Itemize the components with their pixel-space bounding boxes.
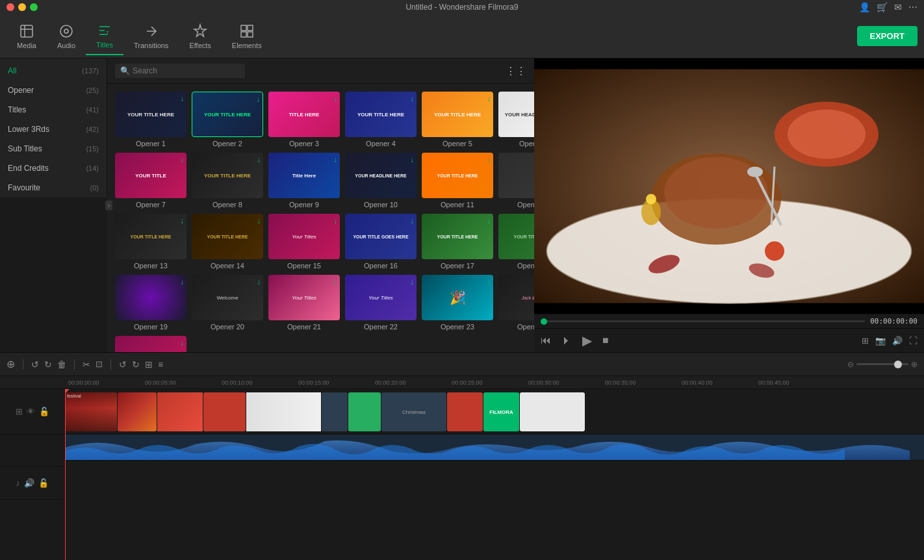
zoom-in-icon[interactable]: ⊕	[911, 360, 918, 369]
cut-button[interactable]: ✂	[83, 359, 90, 370]
zoom-out-icon[interactable]: ⊖	[847, 360, 854, 369]
title-card-opener25[interactable]: Jack & Mary ↓ Opener 25	[115, 336, 186, 352]
title-thumb-opener23: 🎉 ↓	[422, 275, 493, 320]
toolbar-effects[interactable]: Effects	[179, 18, 221, 55]
sidebar-item-opener[interactable]: Opener (25)	[0, 81, 107, 100]
cart-icon[interactable]: 🛒	[877, 2, 888, 12]
redo-button[interactable]: ↻	[44, 359, 52, 370]
title-card-opener14[interactable]: YOUR TITLE HERE ↓ Opener 14	[192, 214, 263, 270]
title-card-opener6[interactable]: YOUR HEADLINE HERE ↓ Opener 6	[498, 92, 534, 147]
search-input[interactable]	[133, 66, 240, 75]
title-card-opener4[interactable]: YOUR TITLE HERE ↓ Opener 4	[345, 92, 417, 147]
play-button[interactable]: ▶	[582, 333, 592, 348]
title-card-opener18[interactable]: YOUR TITLE HERE ↓ Opener 18	[498, 214, 534, 270]
sidebar-item-lower3rds[interactable]: Lower 3Rds (42)	[0, 120, 107, 139]
preview-time-controls: 00:00:00:00	[534, 314, 924, 328]
toolbar-titles[interactable]: T Titles	[86, 18, 123, 55]
clip-festival[interactable]: festival	[65, 392, 117, 431]
title-card-opener13[interactable]: YOUR TITLE HERE ↓ Opener 13	[115, 214, 186, 270]
title-card-opener9[interactable]: Title Here ↓ Opener 9	[268, 153, 340, 209]
title-card-opener22[interactable]: Your Titles ↓ Opener 22	[345, 275, 417, 331]
title-card-opener19[interactable]: ↓ Opener 19	[115, 275, 186, 331]
title-card-opener20[interactable]: Welcome ↓ Opener 20	[192, 275, 263, 331]
sidebar-item-favourite[interactable]: Favourite (0)	[0, 178, 107, 197]
crop-button[interactable]: ⊡	[96, 359, 103, 369]
snapshot-icon[interactable]: 📷	[875, 336, 886, 346]
playhead[interactable]	[65, 389, 66, 560]
undo-button[interactable]: ↺	[31, 359, 39, 370]
timecode-display: 00:00:00:00	[870, 317, 918, 325]
sidebar-collapse-arrow[interactable]: ›	[105, 201, 112, 210]
ruler-mark-1: 00:00:05:00	[145, 379, 176, 386]
account-icon[interactable]: 👤	[859, 2, 870, 12]
delete-button[interactable]: 🗑	[57, 359, 66, 370]
volume-icon[interactable]: 🔊	[892, 336, 903, 346]
sidebar-item-endcredits[interactable]: End Credits (14)	[0, 159, 107, 178]
rotate-right-button[interactable]: ↻	[132, 359, 140, 370]
video-track-eye-icon[interactable]: 👁	[27, 407, 35, 416]
toolbar-media[interactable]: Media	[6, 18, 47, 55]
sidebar-endcredits-label: End Credits	[8, 164, 49, 173]
rotate-left-button[interactable]: ↺	[119, 359, 127, 370]
audio-lock-icon[interactable]: 🔓	[38, 478, 49, 488]
title-card-opener8[interactable]: YOUR TITLE HERE ↓ Opener 8	[192, 153, 263, 209]
sidebar-opener-label: Opener	[8, 86, 34, 95]
minimize-button[interactable]	[18, 3, 26, 11]
video-track-lock-icon[interactable]: 🔓	[39, 407, 49, 416]
title-label-opener2: Opener 2	[212, 140, 242, 147]
audio-volume-icon[interactable]: 🔊	[24, 478, 34, 488]
clip-white-end[interactable]	[520, 392, 585, 431]
sidebar-item-subtitles[interactable]: Sub Titles (15)	[0, 139, 107, 159]
toolbar-elements[interactable]: Elements	[222, 18, 272, 55]
title-card-opener17[interactable]: YOUR TITLE HERE ↓ Opener 17	[422, 214, 493, 270]
title-card-opener11[interactable]: YOUR TITLE HERE ↓ Opener 11	[422, 153, 493, 209]
title-card-opener1[interactable]: YOUR TITLE HERE ↓ Opener 1	[115, 92, 186, 147]
sidebar-item-all[interactable]: All (137)	[0, 61, 107, 81]
fullscreen-icon[interactable]: ⛶	[909, 336, 918, 346]
grid-toggle-icon[interactable]: ⋮⋮	[506, 65, 526, 77]
goto-start-button[interactable]: ⏮	[541, 335, 551, 346]
toolbar-transitions[interactable]: Transitions	[123, 18, 179, 55]
step-back-button[interactable]: ⏵	[561, 335, 572, 346]
titles-grid: YOUR TITLE HERE ↓ Opener 1 YOUR TITLE HE…	[107, 84, 534, 352]
title-card-opener12[interactable]: ↓ Opener 12	[498, 153, 534, 209]
title-card-opener2[interactable]: YOUR TITLE HERE ↓ Opener 2	[192, 92, 263, 147]
clip-teal1[interactable]	[348, 392, 381, 431]
notification-icon[interactable]: ✉	[894, 2, 902, 12]
clip-filmora[interactable]: FILMORA	[483, 392, 519, 431]
title-card-opener7[interactable]: YOUR TITLE ↓ Opener 7	[115, 153, 186, 209]
title-card-opener10[interactable]: YOUR HEADLINE HERE ↓ Opener 10	[345, 153, 417, 209]
clip-red1[interactable]	[447, 392, 483, 431]
title-card-opener5[interactable]: YOUR TITLE HERE ↓ Opener 5	[422, 92, 493, 147]
close-button[interactable]	[6, 3, 14, 11]
title-card-opener24[interactable]: Jack & Mary ↓ Opener 24	[498, 275, 534, 331]
sidebar-item-titles[interactable]: Titles (41)	[0, 100, 107, 120]
title-card-opener21[interactable]: Your Titles ↓ Opener 21	[268, 275, 340, 331]
pip-button[interactable]: ⊞	[145, 359, 153, 370]
pip-icon[interactable]: ⊞	[862, 336, 869, 346]
export-button[interactable]: EXPORT	[857, 26, 918, 46]
clip-white1[interactable]	[246, 392, 321, 431]
progress-handle[interactable]	[541, 318, 547, 325]
title-card-opener3[interactable]: TITLE HERE ↓ Opener 3	[268, 92, 340, 147]
clip-food1[interactable]	[118, 392, 157, 431]
main-toolbar: Media Audio T Titles Transitions Effects	[0, 14, 924, 58]
settings-icon[interactable]: ⋯	[908, 2, 918, 12]
title-card-opener16[interactable]: YOUR TITLE GOES HERE ↓ Opener 16	[345, 214, 417, 270]
stop-button[interactable]: ■	[602, 335, 609, 346]
clip-food2[interactable]	[157, 392, 203, 431]
title-thumb-opener25: Jack & Mary ↓	[115, 336, 186, 352]
equalizer-button[interactable]: ≡	[158, 359, 163, 370]
preview-progress-bar[interactable]	[541, 320, 865, 322]
video-track-grid-icon[interactable]: ⊞	[16, 407, 23, 416]
clip-dark1[interactable]	[322, 392, 348, 431]
title-card-opener23[interactable]: 🎉 ↓ Opener 23	[422, 275, 493, 331]
search-box[interactable]: 🔍	[115, 64, 245, 78]
clip-food3[interactable]	[203, 392, 246, 431]
add-media-button[interactable]: ⊕	[6, 358, 15, 370]
toolbar-audio[interactable]: Audio	[47, 18, 86, 55]
title-card-opener15[interactable]: Your Titles ↓ Opener 15	[268, 214, 340, 270]
clip-xmas1[interactable]: Christmas	[381, 392, 446, 431]
zoom-slider[interactable]	[856, 363, 908, 365]
maximize-button[interactable]	[30, 3, 38, 11]
